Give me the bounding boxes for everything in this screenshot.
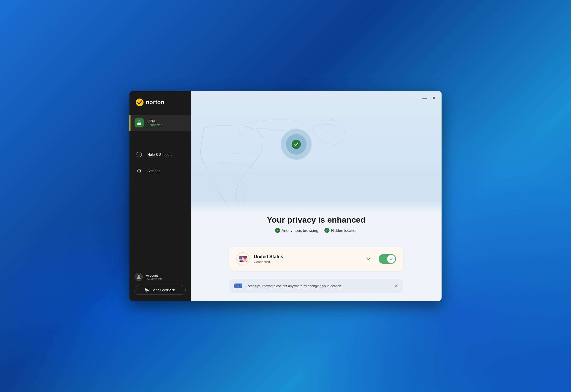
send-feedback-button[interactable]: Send Feedback (135, 285, 186, 295)
sidebar-item-vpn[interactable]: VPN Connected (129, 115, 191, 131)
vpn-nav-sublabel: Connected (147, 123, 162, 127)
feedback-icon (145, 288, 149, 292)
svg-point-2 (138, 275, 140, 277)
country-flag: 🇺🇸 (236, 252, 250, 266)
settings-nav-label: Settings (147, 169, 160, 173)
account-days-left: 366 days left (146, 277, 162, 280)
map-pin-dot (292, 140, 301, 149)
sidebar: norton VPN Connected ⓘ (129, 91, 191, 301)
feedback-label: Send Feedback (151, 288, 175, 292)
account-item[interactable]: Account 366 days left (135, 273, 186, 281)
hidden-location-check-icon: ✓ (324, 228, 330, 233)
account-text: Account 366 days left (146, 274, 162, 280)
anonymous-browsing-label: Anonymous browsing (282, 228, 318, 233)
minimize-button[interactable]: — (422, 95, 427, 101)
connection-info: United States Connected (254, 254, 358, 264)
vpn-nav-label: VPN (147, 119, 162, 123)
map-ripple-inner (286, 134, 306, 155)
connection-status: Connected (254, 260, 358, 264)
connection-country: United States (254, 254, 358, 259)
help-support-nav-icon: ⓘ (135, 150, 144, 159)
svg-rect-1 (137, 123, 141, 125)
help-support-nav-label: Help & Support (147, 153, 172, 157)
bottom-area: 🇺🇸 United States Connected (191, 243, 442, 301)
toggle-check-icon (389, 257, 393, 261)
anonymous-check-icon: ✓ (275, 228, 280, 233)
privacy-badges: ✓ Anonymous browsing ✓ Hidden location (275, 228, 358, 233)
sidebar-item-settings[interactable]: ⚙ Settings (129, 163, 191, 179)
vpn-toggle[interactable] (379, 254, 396, 264)
account-icon (135, 273, 143, 281)
vpn-nav-icon (135, 118, 144, 127)
tip-badge: TIP (234, 284, 242, 288)
connection-card: 🇺🇸 United States Connected (229, 247, 403, 271)
toggle-knob (387, 255, 395, 263)
norton-logo-icon (136, 98, 144, 106)
hidden-location-label: Hidden location (331, 228, 357, 233)
tip-card: TIP Access your favorite content anywher… (229, 279, 403, 293)
window-controls: — ✕ (422, 95, 436, 101)
sidebar-bottom: Account 366 days left Send Feedback (129, 269, 191, 301)
settings-nav-icon: ⚙ (135, 166, 144, 176)
tip-close-button[interactable]: ✕ (394, 283, 398, 289)
svg-point-4 (146, 289, 147, 290)
anonymous-browsing-badge: ✓ Anonymous browsing (275, 228, 318, 233)
settings-nav-text: Settings (147, 169, 160, 173)
tip-text: Access your favorite content anywhere by… (245, 284, 391, 288)
svg-point-6 (148, 289, 148, 290)
nav-menu: VPN Connected ⓘ Help & Support ⚙ S (129, 113, 191, 269)
help-support-nav-text: Help & Support (147, 153, 172, 157)
checkmark-icon (294, 142, 299, 147)
main-content: — ✕ (191, 91, 442, 301)
map-area: Your privacy is enhanced ✓ Anonymous bro… (191, 91, 442, 243)
svg-point-5 (147, 289, 148, 290)
sidebar-item-help-support[interactable]: ⓘ Help & Support (129, 146, 191, 163)
close-button[interactable]: ✕ (432, 95, 436, 101)
app-logo: norton (129, 91, 191, 113)
account-label: Account (146, 274, 162, 277)
privacy-title: Your privacy is enhanced (267, 215, 365, 225)
map-ripple-outer (281, 129, 312, 160)
app-window: norton VPN Connected ⓘ (129, 91, 442, 301)
svg-point-0 (136, 99, 144, 106)
vpn-nav-text: VPN Connected (147, 119, 162, 127)
map-pin-area (281, 129, 312, 160)
hidden-location-badge: ✓ Hidden location (324, 228, 357, 233)
brand-name: norton (146, 99, 164, 106)
chevron-down-icon[interactable] (362, 257, 375, 261)
